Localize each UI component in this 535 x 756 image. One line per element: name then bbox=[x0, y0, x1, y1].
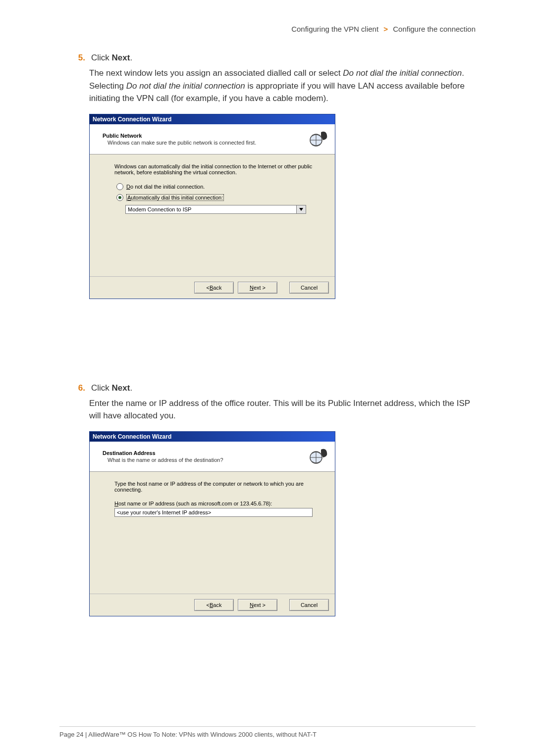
radio-auto-dial[interactable]: Automatically dial this initial connecti… bbox=[114, 194, 324, 201]
host-field-label: Host name or IP address (such as microso… bbox=[114, 501, 324, 506]
breadcrumb-left: Configuring the VPN client bbox=[291, 25, 378, 33]
step-6-period: . bbox=[130, 383, 132, 393]
radio-icon-selected[interactable] bbox=[116, 194, 123, 201]
step-5-body: The next window lets you assign an assoc… bbox=[89, 67, 476, 105]
wizard2-intro: Type the host name or IP address of the … bbox=[114, 481, 324, 493]
step-5-click: Click bbox=[91, 53, 109, 62]
network-globe-icon bbox=[308, 129, 328, 149]
back-button[interactable]: < Back bbox=[194, 599, 234, 611]
wizard1-header: Public Network Windows can make sure the… bbox=[90, 124, 335, 154]
wizard1-body: Windows can automatically dial the initi… bbox=[90, 154, 335, 276]
radio-auto-dial-label: Automatically dial this initial connecti… bbox=[126, 194, 224, 201]
next-button[interactable]: Next > bbox=[238, 599, 277, 611]
step-6-next: Next bbox=[112, 383, 130, 393]
initial-connection-value[interactable]: Modem Connection to ISP bbox=[125, 205, 296, 214]
initial-connection-combo[interactable]: Modem Connection to ISP bbox=[125, 205, 306, 214]
cancel-button[interactable]: Cancel bbox=[289, 282, 329, 294]
breadcrumb-right: Configure the connection bbox=[393, 25, 476, 33]
wizard-public-network: Network Connection Wizard Public Network… bbox=[89, 114, 335, 299]
radio-icon[interactable] bbox=[116, 183, 123, 190]
wizard1-intro: Windows can automatically dial the initi… bbox=[114, 163, 324, 175]
wizard2-header-sub: What is the name or address of the desti… bbox=[103, 457, 308, 463]
wizard2-titlebar[interactable]: Network Connection Wizard bbox=[90, 432, 335, 442]
step-6-body: Enter the name or IP address of the offi… bbox=[89, 397, 476, 422]
step-5-period: . bbox=[130, 53, 132, 62]
network-globe-icon bbox=[308, 447, 328, 466]
host-input[interactable]: <use your router's Internet IP address> bbox=[114, 508, 313, 517]
breadcrumb: Configuring the VPN client > Configure t… bbox=[59, 25, 476, 33]
next-button[interactable]: Next > bbox=[238, 282, 277, 294]
radio-do-not-dial-label: Do not dial the initial connection. bbox=[126, 184, 205, 190]
wizard-destination-address: Network Connection Wizard Destination Ad… bbox=[89, 431, 335, 616]
step-6-number: 6. bbox=[74, 383, 85, 393]
step-5-next: Next bbox=[112, 53, 130, 62]
page-footer: Page 24 | AlliedWare™ OS How To Note: VP… bbox=[59, 726, 476, 738]
step-6-head: 6. Click Next. bbox=[89, 383, 476, 393]
step-5-head: 5. Click Next. bbox=[89, 53, 476, 63]
wizard2-footer: < Back Next > Cancel bbox=[90, 594, 335, 616]
wizard2-body: Type the host name or IP address of the … bbox=[90, 472, 335, 594]
cancel-button[interactable]: Cancel bbox=[289, 599, 329, 611]
wizard1-titlebar[interactable]: Network Connection Wizard bbox=[90, 114, 335, 124]
step-5: 5. Click Next. The next window lets you … bbox=[89, 53, 476, 299]
back-button[interactable]: < Back bbox=[194, 282, 234, 294]
wizard2-header: Destination Address What is the name or … bbox=[90, 442, 335, 472]
step-6-click: Click bbox=[91, 383, 109, 393]
step-5-number: 5. bbox=[74, 53, 85, 63]
wizard1-header-sub: Windows can make sure the public network… bbox=[103, 140, 308, 146]
step-6: 6. Click Next. Enter the name or IP addr… bbox=[89, 383, 476, 616]
breadcrumb-sep: > bbox=[380, 25, 391, 33]
wizard1-footer: < Back Next > Cancel bbox=[90, 276, 335, 299]
chevron-down-icon[interactable] bbox=[296, 205, 306, 214]
radio-do-not-dial[interactable]: Do not dial the initial connection. bbox=[114, 183, 324, 190]
wizard1-header-title: Public Network bbox=[103, 133, 308, 139]
wizard2-header-title: Destination Address bbox=[103, 450, 308, 456]
